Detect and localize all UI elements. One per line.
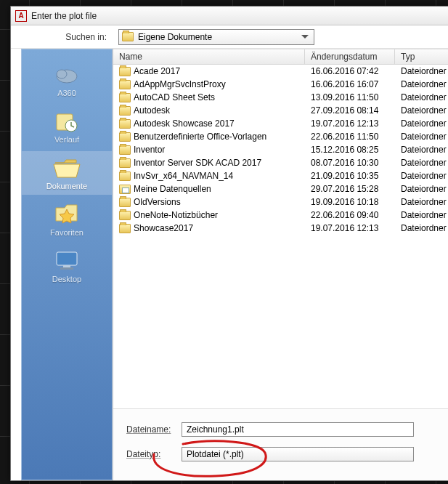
folder-icon <box>119 106 134 116</box>
list-item-date: 21.09.2016 10:35 <box>311 171 401 181</box>
folder-icon <box>119 93 134 102</box>
filename-input[interactable] <box>182 422 414 437</box>
folder-icon <box>119 145 134 155</box>
bottom-fields: Dateiname: Dateityp: Plotdatei (*.plt) <box>113 408 448 480</box>
list-item-name: OneNote-Notizbücher <box>134 210 311 220</box>
folder-icon <box>122 32 134 41</box>
list-item[interactable]: Acade 201716.06.2016 07:42Dateiordner <box>113 65 448 78</box>
list-item[interactable]: Autodesk27.09.2016 08:14Dateiordner <box>113 104 448 117</box>
list-item-date: 08.07.2016 10:30 <box>311 158 401 168</box>
list-item-type: Dateiordner <box>401 210 448 220</box>
places-item-verlauf[interactable]: Verlauf <box>22 105 112 148</box>
list-item[interactable]: Showcase201719.07.2016 12:13Dateiordner <box>113 222 448 235</box>
places-item-label: A360 <box>57 89 76 97</box>
list-item-date: 19.07.2016 12:13 <box>311 223 401 233</box>
list-item-date: 19.09.2016 10:18 <box>311 197 401 207</box>
history-icon <box>52 109 81 134</box>
places-bar: A360VerlaufDokumenteFavoritenDesktop <box>21 49 113 480</box>
places-item-a360[interactable]: A360 <box>22 58 112 102</box>
svg-rect-6 <box>60 267 73 270</box>
filetype-label: Dateityp: <box>113 449 182 459</box>
list-item-type: Dateiordner <box>401 79 448 89</box>
autocad-app-icon: A <box>15 10 27 22</box>
list-item-name: Showcase2017 <box>134 223 311 233</box>
list-item[interactable]: Meine Datenquellen29.07.2016 15:28Dateio… <box>113 182 448 195</box>
search-in-label: Suchen in: <box>11 32 113 42</box>
list-item-date: 16.06.2016 07:42 <box>311 66 401 76</box>
list-item-name: Acade 2017 <box>134 66 311 76</box>
list-item[interactable]: AutoCAD Sheet Sets13.09.2016 11:50Dateio… <box>113 91 448 104</box>
list-item-name: AdAppMgrSvcInstProxy <box>134 79 311 89</box>
list-item-type: Dateiordner <box>401 118 448 129</box>
folder-icon <box>119 211 134 220</box>
list-item-type: Dateiordner <box>401 92 448 102</box>
list-item-date: 22.06.2016 09:40 <box>311 210 401 220</box>
places-item-label: Favoriten <box>50 228 84 237</box>
filename-label: Dateiname: <box>113 424 182 435</box>
list-item-name: InvSvr_x64_NAVMAN_14 <box>134 171 311 181</box>
list-item[interactable]: Inventor15.12.2016 08:25Dateiordner <box>113 143 448 156</box>
places-item-desktop[interactable]: Desktop <box>22 244 112 288</box>
folder-icon <box>119 158 134 168</box>
places-item-label: Desktop <box>52 275 81 283</box>
list-item-type: Dateiordner <box>401 132 448 142</box>
desktop-icon <box>52 249 81 273</box>
folder-icon <box>119 80 134 89</box>
list-header[interactable]: Name Änderungsdatum Typ <box>113 49 448 65</box>
list-item-type: Dateiordner <box>401 197 448 207</box>
search-in-combo[interactable]: Eigene Dokumente <box>118 29 314 45</box>
folder-icon <box>119 67 134 76</box>
list-item-type: Dateiordner <box>401 66 448 76</box>
list-item-name: Meine Datenquellen <box>134 184 311 194</box>
list-item-type: Dateiordner <box>401 145 448 155</box>
list-item-date: 15.12.2016 08:25 <box>311 145 401 155</box>
cloud-icon <box>52 62 81 87</box>
window-title: Enter the plot file <box>31 11 97 21</box>
filetype-combo[interactable]: Plotdatei (*.plt) <box>182 447 414 461</box>
file-list-pane: Name Änderungsdatum Typ Acade 201716.06.… <box>113 49 448 480</box>
places-item-label: Dokumente <box>46 182 87 190</box>
list-item-type: Dateiordner <box>401 171 448 181</box>
folder-icon <box>119 119 134 129</box>
list-item[interactable]: OneNote-Notizbücher22.06.2016 09:40Datei… <box>113 209 448 222</box>
folder-open-icon <box>52 156 81 180</box>
list-item[interactable]: Benutzerdefinierte Office-Vorlagen22.06.… <box>113 130 448 143</box>
save-dialog-window: A Enter the plot file Suchen in: Eigene … <box>10 6 448 481</box>
file-list[interactable]: Acade 201716.06.2016 07:42DateiordnerAdA… <box>113 65 448 408</box>
data-sources-icon <box>119 185 134 194</box>
list-item[interactable]: OldVersions19.09.2016 10:18Dateiordner <box>113 195 448 209</box>
list-item-type: Dateiordner <box>401 105 448 116</box>
column-header-date[interactable]: Änderungsdatum <box>305 49 395 64</box>
column-header-type[interactable]: Typ <box>395 49 448 64</box>
list-item-type: Dateiordner <box>401 223 448 233</box>
folder-icon <box>119 172 134 181</box>
svg-rect-4 <box>57 252 77 265</box>
list-item[interactable]: InvSvr_x64_NAVMAN_1421.09.2016 10:35Date… <box>113 169 448 182</box>
search-in-value: Eigene Dokumente <box>138 32 212 42</box>
list-item-name: Inventor <box>134 145 311 155</box>
list-item-name: AutoCAD Sheet Sets <box>134 92 311 102</box>
titlebar[interactable]: A Enter the plot file <box>11 7 448 25</box>
list-item[interactable]: Autodesk Showcase 201719.07.2016 12:13Da… <box>113 117 448 130</box>
list-item-type: Dateiordner <box>401 184 448 194</box>
folder-icon <box>119 198 134 207</box>
places-item-favoriten[interactable]: Favoriten <box>22 198 112 241</box>
list-item[interactable]: Inventor Server SDK ACAD 201708.07.2016 … <box>113 156 448 169</box>
list-item-name: OldVersions <box>134 197 311 207</box>
chevron-down-icon <box>299 35 311 39</box>
list-item-date: 22.06.2016 11:50 <box>311 132 401 142</box>
column-header-name[interactable]: Name <box>113 49 305 64</box>
favorites-icon <box>52 202 81 227</box>
list-item-name: Autodesk <box>134 105 311 116</box>
dialog-body: A360VerlaufDokumenteFavoritenDesktop Nam… <box>21 49 448 480</box>
location-toolbar: Suchen in: Eigene Dokumente <box>11 25 448 49</box>
list-item-name: Inventor Server SDK ACAD 2017 <box>134 158 311 168</box>
places-item-dokumente[interactable]: Dokumente <box>22 151 112 195</box>
svg-point-1 <box>57 70 67 78</box>
places-item-label: Verlauf <box>54 135 79 144</box>
list-item-name: Autodesk Showcase 2017 <box>134 118 311 129</box>
list-item-date: 16.06.2016 16:07 <box>311 79 401 89</box>
filetype-value: Plotdatei (*.plt) <box>187 449 244 459</box>
folder-icon <box>119 224 134 233</box>
list-item[interactable]: AdAppMgrSvcInstProxy16.06.2016 16:07Date… <box>113 78 448 91</box>
